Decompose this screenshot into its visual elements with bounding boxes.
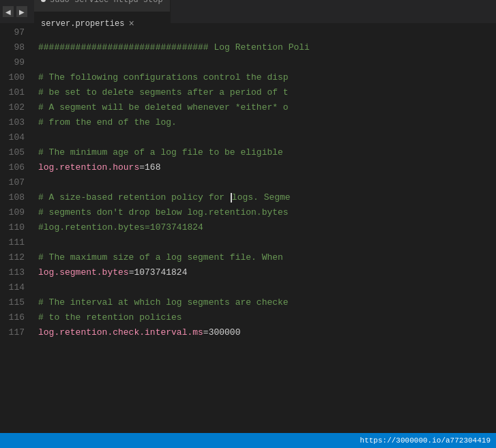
code-line-98: ################################ Log Ret… <box>38 40 496 55</box>
code-line-108: # A size-based retention policy for logs… <box>38 190 496 205</box>
line-number-102: 102 <box>5 100 25 115</box>
property-key: log.retention.hours <box>38 160 139 175</box>
line-numbers: 9798991001011021031041051061071081091101… <box>0 24 33 448</box>
code-line-100: # The following configurations control t… <box>38 70 496 85</box>
comment-text: # The interval at which log segments are… <box>38 295 289 310</box>
property-value: 168 <box>145 160 160 175</box>
line-number-106: 106 <box>5 160 25 175</box>
line-number-111: 111 <box>5 235 25 250</box>
line-number-112: 112 <box>5 250 25 265</box>
code-line-105: # The minimum age of a log file to be el… <box>38 145 496 160</box>
code-line-113: log.segment.bytes=1073741824 <box>38 265 496 280</box>
comment-text: # The minimum age of a log file to be el… <box>38 145 283 160</box>
code-line-116: # to the retention policies <box>38 310 496 325</box>
comment-text: #log.retention.bytes=1073741824 <box>38 220 203 235</box>
line-number-105: 105 <box>5 145 25 160</box>
comment-text: # A size-based retention policy for logs… <box>38 190 291 205</box>
code-line-109: # segments don't drop below log.retentio… <box>38 205 496 220</box>
line-number-97: 97 <box>5 25 25 40</box>
tabs-container: sudo service httpd stopserver.properties… <box>34 0 171 35</box>
comment-text: ################################ Log Ret… <box>38 40 310 55</box>
comment-text: # The following configurations control t… <box>38 70 289 85</box>
code-line-110: #log.retention.bytes=1073741824 <box>38 220 496 235</box>
comment-text: # A segment will be deleted whenever *ei… <box>38 100 289 115</box>
code-line-103: # from the end of the log. <box>38 115 496 130</box>
code-line-99 <box>38 55 496 70</box>
tab-label: server.properties <box>41 19 124 29</box>
equals-sign: = <box>139 160 145 175</box>
text-cursor <box>231 193 232 203</box>
code-line-114 <box>38 280 496 295</box>
editor-area: 9798991001011021031041051061071081091101… <box>0 24 496 448</box>
status-bar: https://3000000.io/a772304419 <box>0 433 496 448</box>
code-line-111 <box>38 235 496 250</box>
tab-bar: ◀ ▶ sudo service httpd stopserver.proper… <box>0 0 496 24</box>
line-number-115: 115 <box>5 295 25 310</box>
line-number-109: 109 <box>5 205 25 220</box>
line-number-104: 104 <box>5 130 25 145</box>
code-line-101: # be set to delete segments after a peri… <box>38 85 496 100</box>
line-number-114: 114 <box>5 280 25 295</box>
status-url: https://3000000.io/a772304419 <box>360 436 491 445</box>
property-value: 300000 <box>209 325 241 340</box>
code-line-102: # A segment will be deleted whenever *ei… <box>38 100 496 115</box>
property-value: 1073741824 <box>134 265 187 280</box>
code-line-115: # The interval at which log segments are… <box>38 295 496 310</box>
line-number-110: 110 <box>5 220 25 235</box>
line-number-101: 101 <box>5 85 25 100</box>
equals-sign: = <box>129 265 134 280</box>
tab-label: sudo service httpd stop <box>50 0 163 5</box>
code-area[interactable]: ################################ Log Ret… <box>33 24 496 448</box>
line-number-100: 100 <box>5 70 25 85</box>
tab-dot <box>41 0 46 2</box>
line-number-103: 103 <box>5 115 25 130</box>
code-line-106: log.retention.hours=168 <box>38 160 496 175</box>
back-button[interactable]: ◀ <box>3 6 14 17</box>
property-key: log.retention.check.interval.ms <box>38 325 203 340</box>
line-number-116: 116 <box>5 310 25 325</box>
comment-text: # to the retention policies <box>38 310 182 325</box>
property-key: log.segment.bytes <box>38 265 129 280</box>
line-number-99: 99 <box>5 55 25 70</box>
tab-controls: ◀ ▶ <box>3 6 27 17</box>
code-line-117: log.retention.check.interval.ms=300000 <box>38 325 496 340</box>
code-line-107 <box>38 175 496 190</box>
comment-text: # segments don't drop below log.retentio… <box>38 205 289 220</box>
line-number-117: 117 <box>5 325 25 340</box>
comment-text: # The maximum size of a log segment file… <box>38 250 283 265</box>
comment-text: # from the end of the log. <box>38 115 177 130</box>
line-number-98: 98 <box>5 40 25 55</box>
tab-tab-1[interactable]: sudo service httpd stop <box>34 0 171 12</box>
line-number-107: 107 <box>5 175 25 190</box>
line-number-108: 108 <box>5 190 25 205</box>
tab-close-icon[interactable]: × <box>128 19 134 29</box>
line-number-113: 113 <box>5 265 25 280</box>
forward-button[interactable]: ▶ <box>16 6 27 17</box>
code-line-104 <box>38 130 496 145</box>
equals-sign: = <box>203 325 209 340</box>
tab-tab-2[interactable]: server.properties× <box>34 12 171 35</box>
code-line-112: # The maximum size of a log segment file… <box>38 250 496 265</box>
comment-text: # be set to delete segments after a peri… <box>38 85 289 100</box>
